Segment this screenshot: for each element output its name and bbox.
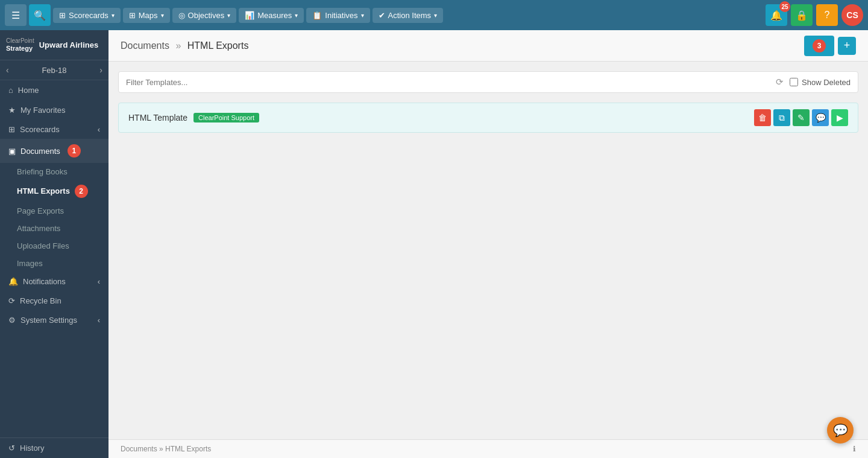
sidebar-item-images[interactable]: Images (0, 255, 108, 272)
chat-button[interactable]: 💬 (827, 417, 854, 444)
delete-template-button[interactable]: 🗑 (754, 109, 771, 126)
sidebar-item-scorecards[interactable]: ⊞ Scorecards ‹ (0, 120, 108, 139)
current-period: Feb-18 (42, 66, 66, 75)
sidebar-item-html-exports[interactable]: HTML Exports 2 (0, 180, 108, 202)
uploaded-files-label: Uploaded Files (17, 241, 69, 250)
template-row: HTML Template ClearPoint Support 🗑 ⧉ ✎ 💬… (118, 103, 858, 133)
nav-right: 🔔 25 🔒 ? CS (766, 4, 863, 26)
filter-templates-input[interactable] (126, 78, 776, 87)
period-selector[interactable]: ‹ Feb-18 › (0, 60, 108, 80)
maps-caret: ▾ (161, 12, 164, 19)
sidebar-item-page-exports[interactable]: Page Exports (0, 202, 108, 220)
scorecards-caret: ▾ (112, 12, 115, 19)
attachments-label: Attachments (17, 224, 60, 233)
next-period-arrow[interactable]: › (99, 65, 102, 75)
html-exports-label: HTML Exports (17, 186, 70, 196)
template-actions: 🗑 ⧉ ✎ 💬 ▶ (754, 109, 848, 126)
user-avatar[interactable]: CS (841, 4, 863, 26)
measures-caret: ▾ (295, 12, 298, 19)
notifications-button[interactable]: 🔔 25 (766, 4, 787, 26)
scorecards-sidebar-icon: ⊞ (8, 125, 15, 134)
numbered-action-button[interactable]: 3 (804, 36, 834, 56)
documents-icon: ▣ (8, 147, 16, 156)
show-deleted-checkbox[interactable] (790, 78, 798, 86)
annotation-badge-1: 1 (68, 144, 81, 157)
nav-objectives[interactable]: ◎ Objectives ▾ (172, 8, 237, 23)
refresh-icon[interactable]: ⟳ (776, 77, 784, 87)
preview-template-button[interactable]: 💬 (812, 109, 829, 126)
images-label: Images (17, 259, 43, 268)
history-label: History (20, 444, 44, 453)
content-area: Documents » HTML Exports 3 + ⟳ S (108, 30, 868, 458)
sidebar-item-uploaded-files[interactable]: Uploaded Files (0, 237, 108, 255)
initiatives-icon: 📋 (312, 11, 322, 20)
breadcrumb-separator: » (175, 40, 181, 51)
sidebar-item-recycle-bin[interactable]: ⟳ Recycle Bin (0, 291, 108, 311)
notification-badge: 25 (779, 1, 790, 12)
nav-initiatives[interactable]: 📋 Initiatives ▾ (306, 8, 370, 23)
home-icon: ⌂ (8, 86, 13, 95)
scorecards-collapse-icon: ‹ (98, 125, 100, 134)
breadcrumb-root: Documents (121, 40, 169, 51)
show-deleted-wrap: Show Deleted (790, 78, 851, 87)
history-icon: ↺ (8, 444, 15, 453)
maps-icon: ⊞ (129, 11, 136, 20)
documents-label: Documents (20, 147, 60, 156)
show-deleted-label[interactable]: Show Deleted (802, 78, 851, 87)
main-layout: ClearPointStrategy Upward Airlines ‹ Feb… (0, 30, 868, 458)
org-name: Upward Airlines (39, 40, 98, 49)
action-items-icon: ✔ (379, 11, 385, 20)
recycle-bin-label: Recycle Bin (20, 296, 61, 305)
action-items-caret: ▾ (434, 12, 437, 19)
sidebar-item-documents[interactable]: ▣ Documents 1 (0, 139, 108, 163)
template-support-badge: ClearPoint Support (193, 113, 259, 122)
system-settings-label: System Settings (20, 316, 77, 325)
objectives-icon: ◎ (178, 11, 185, 20)
favorites-icon: ★ (8, 106, 16, 115)
content-header: Documents » HTML Exports 3 + (108, 30, 868, 62)
objectives-caret: ▾ (227, 12, 230, 19)
breadcrumb-current: HTML Exports (187, 40, 249, 51)
filter-bar: ⟳ Show Deleted (118, 71, 858, 93)
nav-maps[interactable]: ⊞ Maps ▾ (123, 8, 170, 23)
help-button[interactable]: ? (816, 4, 838, 26)
recycle-bin-icon: ⟳ (8, 296, 15, 305)
footer-breadcrumb: Documents » HTML Exports (121, 445, 211, 453)
notifications-sidebar-icon: 🔔 (8, 277, 18, 286)
template-row-left: HTML Template ClearPoint Support (128, 113, 259, 122)
sidebar-item-notifications[interactable]: 🔔 Notifications ‹ (0, 272, 108, 291)
sidebar-item-history[interactable]: ↺ History (0, 438, 108, 458)
menu-button[interactable]: ☰ (5, 4, 27, 26)
header-actions: 3 + (804, 36, 856, 56)
sidebar-item-attachments[interactable]: Attachments (0, 220, 108, 237)
run-template-button[interactable]: ▶ (831, 109, 848, 126)
content-footer: Documents » HTML Exports ℹ (108, 439, 868, 458)
system-settings-icon: ⚙ (8, 316, 16, 325)
filter-icons: ⟳ Show Deleted (776, 77, 851, 87)
nav-scorecards[interactable]: ⊞ Scorecards ▾ (53, 8, 121, 23)
scorecards-nav-icon: ⊞ (59, 11, 66, 20)
search-button[interactable]: 🔍 (29, 4, 51, 26)
initiatives-caret: ▾ (361, 12, 364, 19)
template-name: HTML Template (128, 113, 187, 122)
sidebar-item-favorites[interactable]: ★ My Favorites (0, 100, 108, 120)
notifications-collapse-icon: ‹ (98, 277, 100, 286)
briefing-books-label: Briefing Books (17, 167, 68, 176)
prev-period-arrow[interactable]: ‹ (6, 65, 9, 75)
annotation-badge-2: 2 (75, 185, 88, 198)
copy-template-button[interactable]: ⧉ (773, 109, 790, 126)
sidebar-bottom: ↺ History (0, 437, 108, 458)
edit-template-button[interactable]: ✎ (793, 109, 810, 126)
top-nav: ☰ 🔍 ⊞ Scorecards ▾ ⊞ Maps ▾ ◎ Objectives… (0, 0, 868, 30)
content-body: ⟳ Show Deleted HTML Template ClearPoint … (108, 62, 868, 439)
sidebar-item-briefing-books[interactable]: Briefing Books (0, 163, 108, 180)
sidebar-item-home[interactable]: ⌂ Home (0, 80, 108, 100)
system-settings-collapse-icon: ‹ (98, 316, 100, 325)
security-button[interactable]: 🔒 (791, 4, 813, 26)
add-template-button[interactable]: + (838, 37, 856, 55)
home-label: Home (18, 86, 39, 95)
scorecards-sidebar-label: Scorecards (20, 125, 60, 134)
sidebar-item-system-settings[interactable]: ⚙ System Settings ‹ (0, 311, 108, 329)
nav-measures[interactable]: 📊 Measures ▾ (239, 8, 304, 23)
nav-action-items[interactable]: ✔ Action Items ▾ (373, 8, 444, 23)
